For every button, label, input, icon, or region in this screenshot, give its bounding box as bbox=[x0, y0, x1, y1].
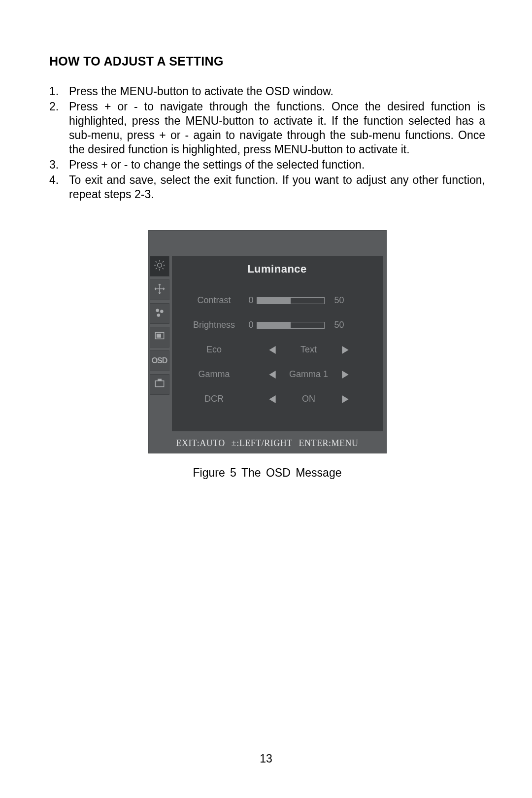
osd-panel: Luminance Contrast 0 50 Brightness 0 50 bbox=[172, 256, 383, 431]
svg-line-5 bbox=[155, 261, 156, 262]
brightness-icon bbox=[153, 259, 166, 274]
osd-titlebar bbox=[148, 230, 387, 254]
instruction-step: Press the MENU-button to activate the OS… bbox=[49, 84, 485, 99]
svg-marker-15 bbox=[269, 346, 275, 354]
triangle-right-icon[interactable] bbox=[342, 395, 349, 403]
svg-rect-13 bbox=[157, 334, 161, 337]
osd-screenshot: OSD Luminance Contrast bbox=[148, 230, 387, 453]
svg-marker-16 bbox=[342, 346, 348, 354]
svg-point-11 bbox=[157, 313, 160, 317]
svg-marker-18 bbox=[342, 371, 348, 379]
tab-osd-setup[interactable]: OSD bbox=[150, 350, 169, 371]
setting-label: DCR bbox=[183, 394, 246, 404]
slider-value: 50 bbox=[325, 320, 344, 330]
instruction-step: To exit and save, select the exit functi… bbox=[49, 173, 485, 202]
setting-label: Brightness bbox=[183, 320, 246, 330]
slider-track[interactable] bbox=[257, 297, 325, 304]
instruction-step: Press + or - to change the settings of t… bbox=[49, 158, 485, 172]
svg-marker-19 bbox=[269, 395, 275, 403]
tab-luminance[interactable] bbox=[150, 256, 169, 277]
slider-value: 50 bbox=[325, 295, 344, 306]
svg-line-7 bbox=[155, 268, 156, 269]
svg-rect-14 bbox=[155, 381, 164, 386]
slider-fill bbox=[257, 322, 291, 328]
choice-value: Text bbox=[287, 345, 331, 355]
input-icon bbox=[153, 377, 166, 392]
page-number: 13 bbox=[0, 752, 532, 765]
setting-gamma[interactable]: Gamma Gamma 1 bbox=[183, 362, 372, 387]
color-dots-icon bbox=[153, 306, 166, 321]
triangle-right-icon[interactable] bbox=[342, 346, 349, 354]
osd-text-icon: OSD bbox=[152, 356, 167, 365]
range-min: 0 bbox=[246, 320, 257, 330]
osd-tab-strip: OSD bbox=[148, 254, 171, 435]
svg-line-8 bbox=[162, 261, 163, 262]
triangle-left-icon[interactable] bbox=[269, 395, 276, 403]
section-heading: HOW TO ADJUST A SETTING bbox=[49, 54, 485, 69]
slider-fill bbox=[257, 298, 291, 304]
figure-caption: Figure 5 The OSD Message bbox=[49, 466, 485, 480]
choice-value: ON bbox=[287, 394, 331, 404]
triangle-left-icon[interactable] bbox=[269, 346, 276, 354]
instruction-list: Press the MENU-button to activate the OS… bbox=[49, 84, 485, 202]
setting-label: Gamma bbox=[183, 369, 246, 380]
svg-point-9 bbox=[156, 309, 159, 312]
tab-image-setup[interactable] bbox=[150, 279, 169, 300]
svg-point-10 bbox=[160, 310, 164, 313]
setting-label: Contrast bbox=[183, 295, 246, 306]
tab-picture-boost[interactable] bbox=[150, 327, 169, 347]
svg-marker-17 bbox=[269, 371, 275, 379]
move-arrows-icon bbox=[153, 282, 166, 297]
setting-contrast[interactable]: Contrast 0 50 bbox=[183, 288, 372, 313]
choice-value: Gamma 1 bbox=[287, 369, 331, 380]
picture-frame-icon bbox=[153, 330, 166, 345]
svg-marker-20 bbox=[342, 395, 348, 403]
setting-eco[interactable]: Eco Text bbox=[183, 338, 372, 362]
osd-footer-hints: EXIT:AUTO ±:LEFT/RIGHT ENTER:MENU bbox=[148, 435, 387, 453]
triangle-right-icon[interactable] bbox=[342, 371, 349, 379]
instruction-step: Press + or - to navigate through the fun… bbox=[49, 100, 485, 157]
triangle-left-icon[interactable] bbox=[269, 371, 276, 379]
setting-brightness[interactable]: Brightness 0 50 bbox=[183, 313, 372, 338]
svg-line-6 bbox=[162, 268, 163, 269]
setting-label: Eco bbox=[183, 345, 246, 355]
setting-dcr[interactable]: DCR ON bbox=[183, 387, 372, 412]
slider-track[interactable] bbox=[257, 322, 325, 329]
tab-extra[interactable] bbox=[150, 374, 169, 395]
tab-color-temp[interactable] bbox=[150, 303, 169, 324]
range-min: 0 bbox=[246, 295, 257, 306]
svg-point-0 bbox=[157, 263, 162, 267]
osd-panel-title: Luminance bbox=[183, 263, 372, 276]
